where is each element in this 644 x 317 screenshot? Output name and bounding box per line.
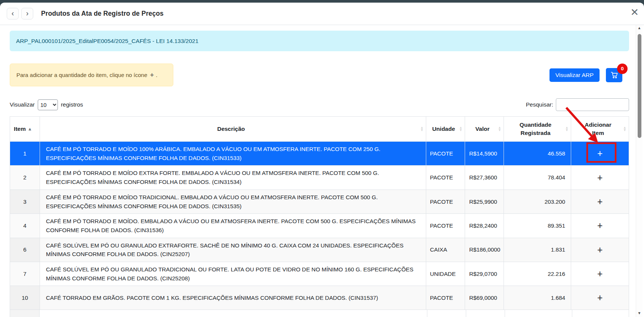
item-registered-qty: 203.200 (504, 190, 571, 213)
column-header-valor[interactable]: Valor ▲▼ (465, 117, 504, 142)
item-description: CAFÉ SOLÚVEL EM PÓ OU GRANULADO TRADICIO… (40, 262, 426, 286)
table-row[interactable]: 10 CAFÉ TORRADO EM GRÃOS. PACOTE COM 1 K… (10, 286, 629, 310)
nav-back-button[interactable]: ‹ (7, 8, 19, 19)
nav-forward-button[interactable]: › (21, 8, 33, 19)
visualizar-arp-button[interactable]: Visualizar ARP (549, 68, 600, 82)
item-price: R$25,9900 (465, 190, 504, 213)
item-number: 10 (10, 286, 40, 310)
table-row-partial (10, 310, 629, 317)
item-number: 6 (10, 238, 40, 262)
item-registered-qty: 1.831 (504, 238, 571, 262)
warning-text: Para adicionar a quantidade do item, cli… (16, 72, 147, 78)
item-price: R$29,0700 (465, 262, 504, 286)
search-label: Pesquisar: (526, 101, 553, 108)
table-row[interactable]: 4 CAFÉ EM PÓ TORRADO E MOÍDO. EMBALADO A… (10, 214, 629, 238)
item-number: 4 (10, 214, 40, 238)
add-item-button[interactable]: + (594, 292, 607, 303)
item-registered-qty: 1.684 (504, 286, 571, 310)
add-item-button[interactable]: + (594, 196, 607, 207)
item-price: R$28,2400 (465, 214, 504, 238)
modal-body: ARP_PAL000101/2025_EditalPE0054/2025_CAF… (0, 25, 644, 317)
sort-ascending-icon: ▲ (28, 126, 32, 132)
item-description: CAFÉ EM PÓ TORRADO E MOÍDO EXTRA FORTE. … (40, 166, 426, 190)
item-price: R$186,0000 (465, 238, 504, 262)
column-header-item[interactable]: Item▲ (10, 117, 40, 142)
item-description: CAFÉ EM PÓ TORRADO E MOÍDO. EMBALADO A V… (40, 214, 426, 238)
vertical-scrollbar[interactable]: ▲ ▼ (636, 25, 643, 317)
column-header-quantidade-registrada[interactable]: Quantidade Registrada ▲▼ (504, 117, 571, 142)
page-length-control: Visualizar 10 registros (10, 99, 83, 110)
add-item-button[interactable]: + (594, 172, 607, 183)
products-table: Item▲ Descrição ▲▼ Unidade ▲▼ Valor ▲▼ (10, 116, 629, 310)
cart-button[interactable]: 0 (606, 68, 622, 82)
item-price: R$69,0000 (465, 286, 504, 310)
page-background: { "modal": { "title": "Produtos da Ata d… (0, 0, 644, 317)
arp-info-banner: ARP_PAL000101/2025_EditalPE0054/2025_CAF… (10, 31, 629, 51)
scrollbar-down-icon[interactable]: ▼ (638, 310, 641, 316)
modal-header: ‹ › Produtos da Ata de Registro de Preço… (0, 3, 644, 25)
table-row[interactable]: 3 CAFÉ EM PÓ TORRADO E MOÍDO TRADICIONAL… (10, 190, 629, 213)
chevron-left-icon: ‹ (12, 9, 14, 17)
item-unit: PACOTE (426, 214, 465, 238)
search-control: Pesquisar: (526, 98, 629, 111)
sort-icon: ▲▼ (565, 126, 569, 132)
add-item-button[interactable]: + (594, 220, 607, 231)
table-header-row: Item▲ Descrição ▲▼ Unidade ▲▼ Valor ▲▼ (10, 117, 629, 142)
cart-icon (610, 71, 619, 79)
add-item-button[interactable]: + (594, 268, 607, 279)
search-input[interactable] (556, 98, 629, 111)
item-unit: PACOTE (426, 166, 465, 190)
item-registered-qty: 78.404 (504, 166, 571, 190)
item-description: CAFÉ EM PÓ TORRADO E MOÍDO TRADICIONAL. … (40, 190, 426, 213)
item-number: 3 (10, 190, 40, 213)
item-number: 1 (10, 142, 40, 166)
item-unit: PACOTE (426, 142, 465, 166)
item-registered-qty: 46.558 (504, 142, 571, 166)
column-header-unidade[interactable]: Unidade ▲▼ (426, 117, 465, 142)
sort-icon: ▲▼ (420, 126, 424, 132)
table-row[interactable]: 7 CAFÉ SOLÚVEL EM PÓ OU GRANULADO TRADIC… (10, 262, 629, 286)
sort-icon: ▲▼ (623, 126, 626, 132)
products-modal: ‹ › Produtos da Ata de Registro de Preço… (0, 3, 644, 317)
sort-icon: ▲▼ (498, 126, 501, 132)
chevron-right-icon: › (26, 9, 29, 17)
scrollbar-thumb[interactable] (638, 34, 641, 138)
item-number: 2 (10, 166, 40, 190)
arp-info-text: ARP_PAL000101/2025_EditalPE0054/2025_CAF… (16, 38, 198, 44)
plus-icon: + (150, 71, 154, 79)
add-item-button[interactable]: + (594, 244, 607, 255)
item-description: CAFÉ SOLÚVEL EM PÓ OU GRANULADO EXTRAFOR… (40, 238, 426, 262)
page-title: Produtos da Ata de Registro de Preços (41, 10, 164, 18)
add-item-warning: Para adicionar a quantidade do item, cli… (10, 64, 173, 86)
item-unit: PACOTE (426, 190, 465, 213)
length-label-before: Visualizar (10, 101, 35, 108)
length-label-after: registros (61, 101, 83, 108)
item-registered-qty: 89.351 (504, 214, 571, 238)
warning-suffix: . (156, 72, 157, 78)
item-registered-qty: 22.216 (504, 262, 571, 286)
item-unit: PACOTE (426, 286, 465, 310)
column-header-descricao[interactable]: Descrição ▲▼ (40, 117, 426, 142)
table-row[interactable]: 6 CAFÉ SOLÚVEL EM PÓ OU GRANULADO EXTRAF… (10, 238, 629, 262)
table-row-selected[interactable]: 1 CAFÉ EM PÓ TORRADO E MOÍDO 100% ARÁBIC… (10, 142, 629, 166)
item-description: CAFÉ EM PÓ TORRADO E MOÍDO 100% ARÁBICA.… (40, 142, 426, 166)
item-number: 7 (10, 262, 40, 286)
action-group: Visualizar ARP 0 (549, 68, 629, 82)
item-price: R$27,3600 (465, 166, 504, 190)
item-description: CAFÉ TORRADO EM GRÃOS. PACOTE COM 1 KG. … (40, 286, 426, 310)
scrollbar-up-icon[interactable]: ▲ (638, 25, 641, 31)
notice-row: Para adicionar a quantidade do item, cli… (10, 64, 629, 86)
page-length-select[interactable]: 10 (38, 99, 58, 110)
column-header-adicionar-item[interactable]: Adicionar Item ▲▼ (571, 117, 629, 142)
sort-icon: ▲▼ (459, 126, 462, 132)
item-price: R$14,5900 (465, 142, 504, 166)
close-icon[interactable]: ✕ (630, 7, 639, 18)
add-item-button[interactable]: + (594, 148, 607, 159)
cart-count-badge: 0 (617, 64, 628, 74)
item-unit: CAIXA (426, 238, 465, 262)
item-unit: UNIDADE (426, 262, 465, 286)
table-row[interactable]: 2 CAFÉ EM PÓ TORRADO E MOÍDO EXTRA FORTE… (10, 166, 629, 190)
table-controls: Visualizar 10 registros Pesquisar: (10, 98, 629, 111)
